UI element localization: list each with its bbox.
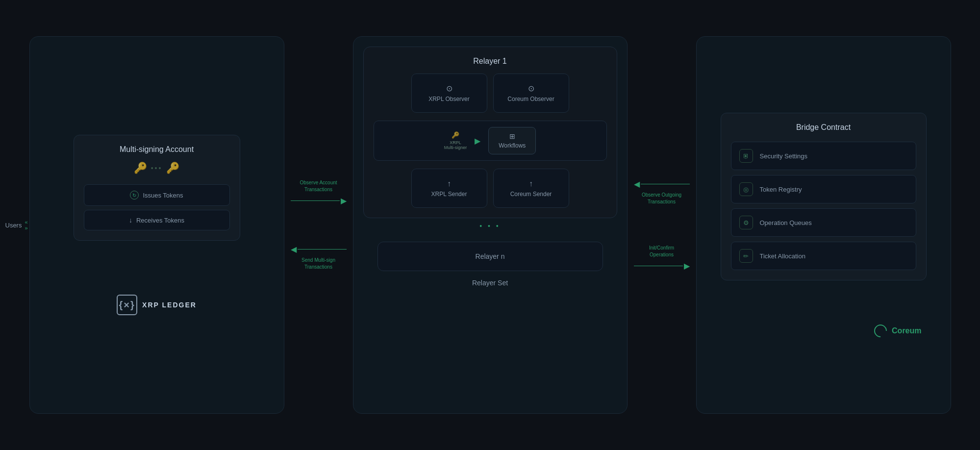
right-panel-bridge: Bridge Contract ⛨ Security Settings ◎ To… bbox=[696, 36, 951, 414]
diagram-canvas: Users « » Multi-signing Account 🔑 ••• 🔑 bbox=[25, 24, 956, 426]
workflows-label: Workflows bbox=[499, 142, 526, 149]
issues-tokens-box: ↻ Issues Tokens bbox=[84, 184, 230, 206]
middle-panel-relayer: Relayer 1 ⊙ XRPL Observer ⊙ Coreum Obser… bbox=[353, 36, 628, 414]
observe-outgoing-label: Observe Outgoing Transactions bbox=[642, 192, 681, 205]
operation-queues-item: ⚙ Operation Queues bbox=[731, 208, 916, 237]
receives-tokens-label: Receives Tokens bbox=[136, 217, 184, 224]
relayer-n-box: Relayer n bbox=[377, 242, 603, 271]
xrpl-sender-card: ↑ XRPL Sender bbox=[411, 169, 487, 208]
token-registry-label: Token Registry bbox=[760, 186, 802, 193]
ticket-allocation-label: Ticket Allocation bbox=[760, 252, 805, 260]
middle-right-connectors: ◀ Observe Outgoing Transactions Init/Con… bbox=[628, 179, 696, 271]
observe-account-label: Observe Account Transactions bbox=[300, 179, 337, 193]
coreum-c-icon bbox=[872, 322, 890, 340]
key-left-icon: 🔑 bbox=[134, 162, 147, 175]
operation-queues-icon: ⚙ bbox=[739, 216, 753, 229]
relayer-n-label: Relayer n bbox=[476, 252, 505, 260]
token-registry-icon: ◎ bbox=[739, 182, 753, 196]
coreum-title: Coreum bbox=[892, 326, 921, 335]
xrpl-sender-label: XRPL Sender bbox=[431, 191, 467, 198]
dots-icon: ••• bbox=[151, 164, 163, 172]
xrpl-observer-icon: ⊙ bbox=[446, 84, 452, 93]
bridge-contract-card: Bridge Contract ⛨ Security Settings ◎ To… bbox=[721, 113, 927, 280]
key-icons-row: 🔑 ••• 🔑 bbox=[134, 162, 180, 175]
workflows-icon: ⊞ bbox=[509, 132, 515, 140]
observe-outgoing-conn: ◀ Observe Outgoing Transactions bbox=[634, 179, 690, 205]
init-confirm-conn: Init/Confirm Operations ▶ bbox=[634, 245, 690, 271]
xrp-title: XRP LEDGER bbox=[142, 301, 197, 309]
operation-queues-label: Operation Queues bbox=[760, 219, 812, 226]
xrpl-observer-card: ⊙ XRPL Observer bbox=[411, 74, 487, 113]
coreum-sender-card: ↑ Coreum Sender bbox=[493, 169, 569, 208]
coreum-observer-label: Coreum Observer bbox=[507, 96, 554, 102]
xrpl-multisigner-mini: 🔑 XRPL Multi-signer bbox=[444, 131, 467, 150]
multi-signing-title: Multi-signing Account bbox=[120, 145, 194, 154]
multi-signing-card: Multi-signing Account 🔑 ••• 🔑 ↻ Issues T… bbox=[74, 135, 240, 241]
users-arrow: « » bbox=[25, 220, 27, 231]
left-middle-connectors: Observe Account Transactions ▶ ◀ Send Mu… bbox=[284, 179, 353, 271]
key-right-icon: 🔑 bbox=[166, 162, 179, 175]
xrpl-observer-label: XRPL Observer bbox=[428, 96, 470, 102]
xrp-logo: {×} XRP LEDGER bbox=[117, 295, 197, 315]
issues-tokens-icon: ↻ bbox=[130, 191, 139, 200]
xrp-logo-section: {×} XRP LEDGER bbox=[117, 295, 197, 315]
sender-row: ↑ XRPL Sender ↑ Coreum Sender bbox=[374, 169, 607, 208]
observer-row: ⊙ XRPL Observer ⊙ Coreum Observer bbox=[374, 74, 607, 113]
relayer1-card: Relayer 1 ⊙ XRPL Observer ⊙ Coreum Obser… bbox=[363, 47, 617, 218]
init-confirm-label: Init/Confirm Operations bbox=[649, 245, 674, 258]
users-label: Users bbox=[5, 222, 22, 229]
coreum-observer-icon: ⊙ bbox=[528, 84, 534, 93]
multisigner-key-icon: 🔑 bbox=[452, 131, 459, 139]
issues-tokens-label: Issues Tokens bbox=[143, 192, 183, 199]
bridge-contract-title: Bridge Contract bbox=[796, 123, 851, 132]
security-settings-label: Security Settings bbox=[760, 152, 808, 160]
ticket-allocation-item: ✏ Ticket Allocation bbox=[731, 242, 916, 270]
workflow-section: 🔑 XRPL Multi-signer ▶ ⊞ Workflows bbox=[374, 121, 607, 161]
users-section: Users « » bbox=[5, 220, 28, 231]
receives-tokens-box: ↓ Receives Tokens bbox=[84, 210, 230, 230]
relayer1-title: Relayer 1 bbox=[473, 57, 506, 66]
coreum-sender-label: Coreum Sender bbox=[510, 191, 552, 198]
three-dots: • • • bbox=[479, 222, 500, 230]
relayer-set-label: Relayer Set bbox=[472, 279, 508, 287]
workflows-box: ⊞ Workflows bbox=[488, 127, 536, 154]
security-settings-item: ⛨ Security Settings bbox=[731, 142, 916, 170]
coreum-sender-icon: ↑ bbox=[529, 179, 533, 188]
security-icon: ⛨ bbox=[739, 149, 753, 163]
ticket-allocation-icon: ✏ bbox=[739, 249, 753, 263]
token-registry-item: ◎ Token Registry bbox=[731, 175, 916, 203]
xrp-icon: {×} bbox=[117, 295, 137, 315]
multisigner-label: XRPL Multi-signer bbox=[444, 140, 467, 150]
down-arrow-icon: ↓ bbox=[129, 216, 132, 224]
observe-account-conn: Observe Account Transactions ▶ bbox=[291, 179, 347, 205]
send-multisign-label: Send Multi-sign Transactions bbox=[302, 257, 335, 271]
coreum-logo-section: Coreum bbox=[874, 325, 926, 337]
xrpl-sender-icon: ↑ bbox=[447, 179, 451, 188]
send-multisign-conn: ◀ Send Multi-sign Transactions bbox=[291, 245, 347, 271]
left-panel-xrp: Users « » Multi-signing Account 🔑 ••• 🔑 bbox=[29, 36, 284, 414]
bridge-items-list: ⛨ Security Settings ◎ Token Registry ⚙ O… bbox=[731, 142, 916, 270]
coreum-observer-card: ⊙ Coreum Observer bbox=[493, 74, 569, 113]
